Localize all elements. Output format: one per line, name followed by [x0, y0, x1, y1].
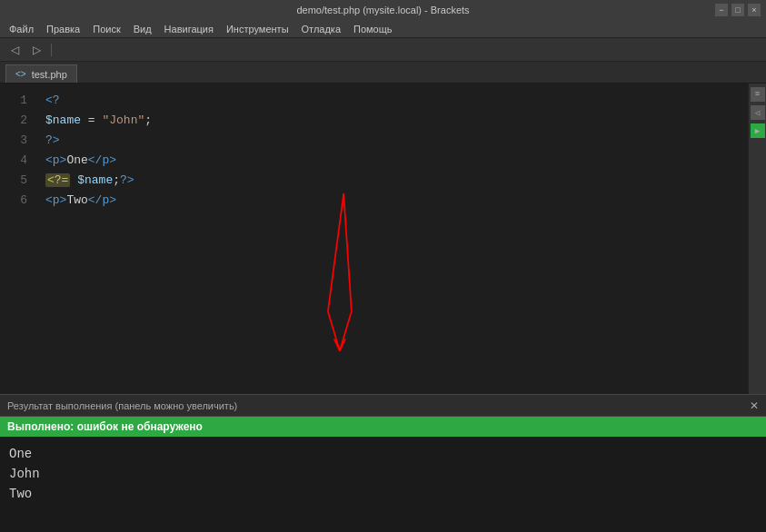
menubar-item-инструменты[interactable]: Инструменты	[221, 22, 294, 36]
code-token: ;	[113, 173, 120, 187]
code-line-5: <?= $name;?>	[45, 171, 739, 191]
code-token: <?	[45, 94, 60, 107]
code-line-2: $name = "John";	[45, 111, 739, 131]
file-tab[interactable]: <> test.php	[5, 64, 77, 83]
panel-output: One John Two	[0, 437, 766, 532]
code-line-4: <p>One</p>	[45, 151, 739, 171]
code-token: ?>	[45, 133, 60, 147]
code-token: One	[66, 153, 87, 167]
code-token: $name	[70, 173, 113, 187]
menubar-item-файл[interactable]: Файл	[4, 22, 39, 36]
output-line-1: One	[9, 444, 757, 464]
line-num-5: 5	[0, 171, 27, 191]
output-line-4: Two	[9, 484, 757, 504]
tab-file-icon: <>	[15, 69, 26, 79]
code-token: <p>	[45, 193, 66, 207]
titlebar: demo/test.php (mysite.local) - Brackets …	[0, 0, 766, 20]
code-token: <p>	[45, 153, 66, 167]
menubar-item-поиск[interactable]: Поиск	[87, 22, 125, 36]
menubar-item-помощь[interactable]: Помощь	[348, 22, 398, 36]
tabbar: <> test.php	[0, 62, 766, 84]
menubar-item-отладка[interactable]: Отладка	[296, 22, 346, 36]
code-line-6: <p>Two</p>	[45, 191, 739, 211]
code-line-1: <?	[45, 91, 739, 111]
code-editor[interactable]: <? $name = "John"; ?> <p>One</p> <?= $na…	[36, 84, 748, 394]
code-token: <?=	[45, 173, 70, 187]
output-line-3: John	[9, 464, 757, 484]
right-sidebar: ≡ ◁ ▶	[748, 84, 766, 394]
back-button[interactable]: ◁	[5, 42, 24, 58]
panel-close-button[interactable]: ✕	[750, 399, 759, 412]
code-token: </p>	[88, 193, 116, 207]
code-token: "John"	[102, 113, 144, 127]
toolbar: ◁ ▷	[0, 38, 766, 62]
menubar-item-вид[interactable]: Вид	[128, 22, 157, 36]
panel-status-bar: Выполнено: ошибок не обнаружено	[0, 417, 766, 437]
line-num-1: 1	[0, 91, 27, 111]
line-num-3: 3	[0, 131, 27, 151]
code-token: $name	[45, 113, 81, 127]
close-button[interactable]: ×	[748, 4, 761, 16]
window-controls: − □ ×	[715, 4, 761, 16]
menubar-item-навигация[interactable]: Навигация	[159, 22, 219, 36]
minimize-button[interactable]: −	[715, 4, 728, 16]
code-token: Two	[66, 193, 87, 207]
panel-status-text: Выполнено: ошибок не обнаружено	[7, 420, 203, 433]
line-numbers: 1 2 3 4 5 6	[0, 84, 36, 394]
window-title: demo/test.php (mysite.local) - Brackets	[296, 5, 469, 15]
line-num-2: 2	[0, 111, 27, 131]
code-token: =	[81, 113, 102, 127]
menubar-item-правка[interactable]: Правка	[41, 22, 85, 36]
editor-row: 1 2 3 4 5 6 <? $name = "John"; ?> <p>One…	[0, 84, 766, 394]
line-num-4: 4	[0, 151, 27, 171]
code-token: ?>	[120, 173, 134, 187]
forward-button[interactable]: ▷	[27, 42, 45, 58]
menubar: ФайлПравкаПоискВидНавигацияИнструментыОт…	[0, 20, 766, 38]
tab-label: test.php	[32, 69, 67, 80]
toolbar-divider	[51, 44, 52, 56]
panel-title: Результат выполнения (панель можно увели…	[7, 400, 237, 411]
bottom-panel: Результат выполнения (панель можно увели…	[0, 394, 766, 532]
line-num-6: 6	[0, 191, 27, 211]
panel-header: Результат выполнения (панель можно увели…	[0, 395, 766, 417]
code-line-3: ?>	[45, 131, 739, 151]
code-token: ;	[144, 113, 152, 127]
live-preview-icon[interactable]: ▶	[751, 123, 765, 138]
sidebar-icon-1[interactable]: ≡	[751, 87, 765, 102]
main-layout: 1 2 3 4 5 6 <? $name = "John"; ?> <p>One…	[0, 84, 766, 532]
code-token: </p>	[88, 153, 116, 167]
sidebar-icon-2[interactable]: ◁	[751, 105, 765, 120]
maximize-button[interactable]: □	[731, 4, 744, 16]
